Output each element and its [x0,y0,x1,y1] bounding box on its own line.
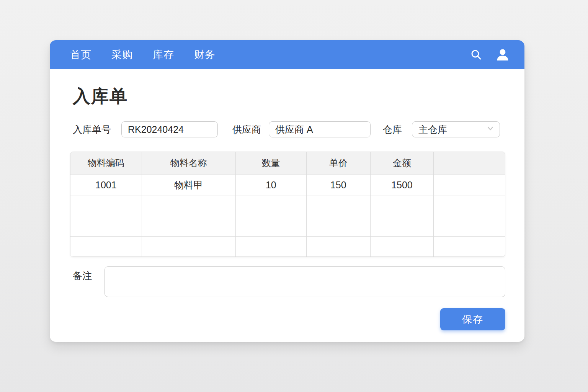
page-title: 入库单 [73,85,505,108]
table-row-empty [70,216,505,236]
cell-quantity [235,196,306,216]
user-icon[interactable] [495,47,510,62]
remarks-row: 备注 [73,266,505,297]
cell-quantity [235,216,306,236]
header-material-name: 物料名称 [142,152,235,175]
remarks-label: 备注 [73,270,92,282]
cell-material-name [142,236,235,256]
cell-material-code [70,216,142,236]
cell-material-name [142,196,235,216]
cell-material-code [70,196,142,216]
table-row-empty [70,236,505,256]
form-content: 入库单 入库单号 供应商 仓库 主仓库 [50,85,524,330]
cell-material-code [70,236,142,256]
cell-unit-price [306,236,370,256]
order-no-input[interactable] [121,121,218,137]
cell-extra [434,236,505,256]
actions-row: 保存 [70,308,505,330]
cell-amount [370,216,434,236]
cell-extra [434,196,505,216]
cell-quantity: 10 [235,175,306,196]
warehouse-select-value: 主仓库 [418,123,486,136]
table-header-row: 物料编码 物料名称 数量 单价 金额 [70,152,505,175]
cell-unit-price [306,196,370,216]
header-material-code: 物料编码 [70,152,142,175]
search-icon[interactable] [470,49,482,61]
cell-unit-price [306,216,370,236]
cell-extra [434,216,505,236]
nav-item-home[interactable]: 首页 [70,48,91,62]
cell-amount: 1500 [370,175,434,196]
table-row-empty [70,196,505,216]
nav-right-icons [470,47,510,62]
header-quantity: 数量 [235,152,306,175]
supplier-input[interactable] [269,121,371,137]
stock-in-form-card: 首页 采购 库存 财务 入库单 入库单号 供 [50,40,524,342]
warehouse-select[interactable]: 主仓库 [412,121,500,137]
cell-material-name: 物料甲 [142,175,235,196]
items-table: 物料编码 物料名称 数量 单价 金额 1001 物料甲 10 150 1500 [70,152,505,257]
cell-extra [434,175,505,196]
cell-material-name [142,216,235,236]
header-extra [434,152,505,175]
warehouse-label: 仓库 [383,123,402,136]
cell-unit-price: 150 [306,175,370,196]
nav-item-purchasing[interactable]: 采购 [111,48,133,62]
cell-quantity [235,236,306,256]
top-nav-bar: 首页 采购 库存 财务 [50,40,524,69]
nav-item-finance[interactable]: 财务 [194,48,216,62]
order-no-label: 入库单号 [73,123,111,136]
header-fields-row: 入库单号 供应商 仓库 主仓库 [73,121,505,137]
header-unit-price: 单价 [306,152,370,175]
cell-material-code: 1001 [70,175,142,196]
save-button[interactable]: 保存 [440,308,505,330]
supplier-label: 供应商 [232,123,261,136]
remarks-input[interactable] [105,266,505,297]
chevron-down-icon [486,124,495,135]
cell-amount [370,196,434,216]
header-amount: 金额 [370,152,434,175]
nav-item-inventory[interactable]: 库存 [153,48,174,62]
cell-amount [370,236,434,256]
table-row: 1001 物料甲 10 150 1500 [70,175,505,196]
